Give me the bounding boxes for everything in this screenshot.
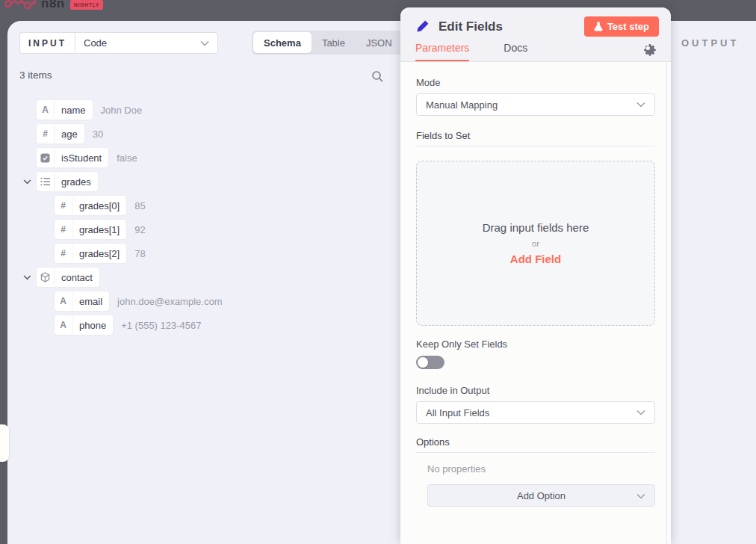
number-icon: #: [55, 196, 72, 215]
node-title: Edit Fields: [439, 19, 584, 34]
chevron-down-icon[interactable]: [19, 275, 37, 280]
field-pill[interactable]: grades: [37, 172, 98, 191]
field-value: +1 (555) 123-4567: [121, 320, 201, 331]
tree-row-contact[interactable]: contact: [19, 267, 393, 288]
field-pill[interactable]: #grades[2]: [55, 244, 126, 263]
n8n-logo: n8n NIGHTLY: [4, 0, 103, 13]
search-icon[interactable]: [371, 70, 386, 85]
tree-row-grades[1][interactable]: #grades[1]92: [37, 219, 393, 240]
tab-parameters[interactable]: Parameters: [415, 42, 469, 61]
field-key: grades[1]: [72, 220, 126, 239]
field-key: isStudent: [55, 148, 108, 167]
node-header: Edit Fields Test step Parameters Docs: [400, 7, 671, 62]
test-step-button[interactable]: Test step: [584, 16, 659, 37]
items-count: 3 items: [19, 69, 52, 81]
input-view-tabs: Schema Table JSON: [252, 31, 404, 55]
object-icon: [37, 268, 55, 287]
mode-value: Manual Mapping: [426, 99, 498, 111]
field-key: email: [72, 291, 109, 311]
input-panel-label: INPUT: [19, 32, 75, 54]
field-pill[interactable]: contact: [37, 268, 99, 287]
tree-row-email[interactable]: Aemailjohn.doe@example.com: [37, 291, 393, 312]
keep-only-label: Keep Only Set Fields: [416, 339, 655, 350]
options-label: Options: [416, 436, 655, 448]
field-key: grades[0]: [72, 196, 126, 215]
chevron-down-icon: [636, 409, 645, 415]
tree-row-grades[2][interactable]: #grades[2]78: [37, 243, 393, 264]
node-parameters-body: Mode Manual Mapping Fields to Set Drag i…: [400, 62, 671, 507]
fields-to-set-label: Fields to Set: [416, 130, 655, 141]
nightly-badge: NIGHTLY: [70, 0, 103, 10]
field-key: grades[2]: [72, 244, 126, 263]
input-header: INPUT Code: [19, 32, 218, 54]
chevron-down-icon: [636, 493, 645, 499]
divider: [416, 452, 655, 453]
node-tabs: Parameters Docs: [415, 42, 527, 61]
field-value: false: [117, 152, 137, 164]
screen: n8n NIGHTLY INPUT Code Schema Table JSON…: [0, 0, 756, 544]
field-value: 30: [93, 129, 103, 140]
tab-schema[interactable]: Schema: [253, 32, 312, 53]
field-key: phone: [72, 315, 113, 335]
field-key: name: [55, 100, 93, 120]
mode-label: Mode: [416, 77, 655, 88]
test-step-label: Test step: [607, 21, 649, 32]
add-field-button[interactable]: Add Field: [510, 253, 561, 265]
field-value: 78: [134, 248, 145, 259]
or-text: or: [532, 239, 539, 248]
number-icon: #: [37, 124, 55, 143]
pencil-icon: [415, 19, 430, 34]
tree-row-age[interactable]: #age30: [19, 123, 393, 144]
tree-row-phone[interactable]: Aphone+1 (555) 123-4567: [37, 315, 393, 336]
number-icon: #: [55, 244, 72, 263]
tree-row-grades[interactable]: grades: [19, 171, 393, 192]
field-pill[interactable]: #age: [37, 124, 84, 143]
include-output-label: Include in Output: [416, 385, 655, 396]
field-key: contact: [55, 268, 99, 287]
tab-docs[interactable]: Docs: [504, 42, 527, 61]
mode-select[interactable]: Manual Mapping: [416, 93, 655, 116]
string-icon: A: [55, 315, 72, 335]
number-icon: #: [55, 220, 72, 239]
drag-hint-text: Drag input fields here: [483, 221, 589, 234]
node-panel: Edit Fields Test step Parameters Docs Mo…: [400, 7, 671, 544]
drag-drop-zone[interactable]: Drag input fields here or Add Field: [416, 161, 655, 326]
chevron-down-icon: [636, 102, 645, 108]
tree-row-name[interactable]: AnameJohn Doe: [19, 99, 393, 120]
field-pill[interactable]: Aname: [37, 100, 93, 120]
include-output-value: All Input Fields: [426, 407, 489, 418]
tree-row-isStudent[interactable]: isStudentfalse: [19, 147, 393, 168]
field-pill[interactable]: #grades[0]: [55, 196, 126, 215]
field-value: john.doe@example.com: [117, 296, 222, 307]
include-output-select[interactable]: All Input Fields: [416, 401, 655, 424]
field-value: 85: [134, 200, 145, 211]
tree-row-grades[0][interactable]: #grades[0]85: [37, 195, 393, 216]
logo-text: n8n: [41, 0, 65, 11]
no-properties-text: No properties: [427, 463, 655, 475]
add-option-button[interactable]: Add Option: [427, 484, 655, 507]
divider: [416, 146, 655, 146]
chevron-down-icon[interactable]: [19, 179, 37, 185]
input-source-value: Code: [84, 37, 107, 49]
flask-icon: [594, 22, 603, 31]
field-key: grades: [55, 172, 98, 191]
string-icon: A: [37, 100, 55, 120]
chevron-down-icon: [200, 40, 209, 46]
gear-icon[interactable]: [644, 44, 656, 56]
field-pill[interactable]: isStudent: [37, 148, 108, 167]
field-pill[interactable]: Aphone: [55, 315, 113, 335]
field-value: John Doe: [101, 105, 143, 116]
output-panel-label: OUTPUT: [681, 37, 739, 49]
list-icon: [37, 172, 55, 191]
keep-only-toggle[interactable]: [416, 356, 444, 369]
input-source-select[interactable]: Code: [75, 32, 218, 54]
schema-tree: AnameJohn Doe#age30isStudentfalsegrades#…: [19, 99, 393, 339]
logo-mark-icon: [4, 0, 36, 13]
field-pill[interactable]: Aemail: [55, 291, 109, 311]
field-key: age: [55, 124, 84, 143]
tab-table[interactable]: Table: [312, 32, 356, 53]
field-value: 92: [134, 224, 145, 235]
tab-json[interactable]: JSON: [356, 32, 403, 53]
panel-handle-notch[interactable]: [0, 424, 9, 462]
field-pill[interactable]: #grades[1]: [55, 220, 126, 239]
